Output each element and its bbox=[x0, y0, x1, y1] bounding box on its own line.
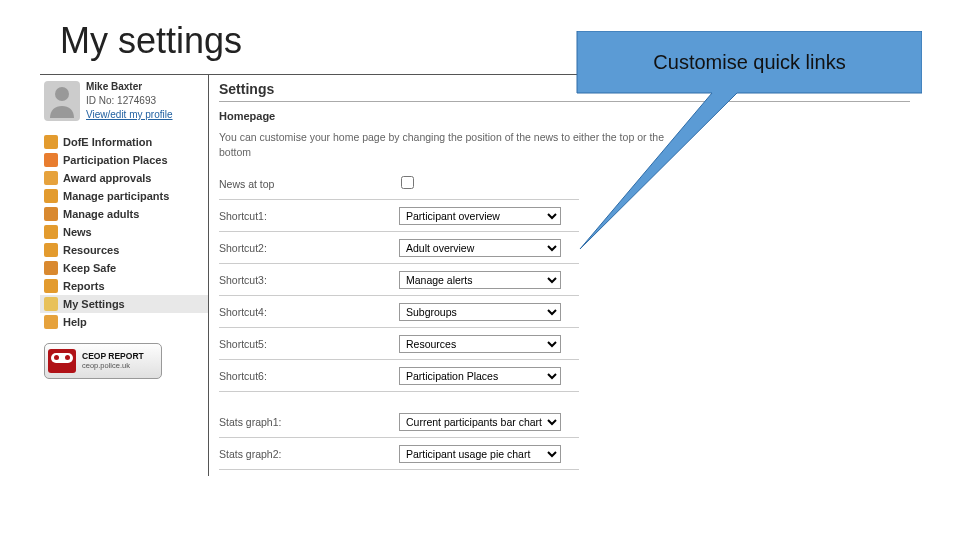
sidebar-item-label: Participation Places bbox=[63, 154, 168, 166]
ceop-text: CEOP REPORT ceop.police.uk bbox=[82, 352, 144, 370]
shortcut5-row: Shortcut5:Resources bbox=[219, 328, 579, 360]
sidebar-item-manage-participants[interactable]: Manage participants bbox=[40, 187, 208, 205]
nav-icon bbox=[44, 279, 58, 293]
news-at-top-row: News at top bbox=[219, 169, 579, 200]
stats-graph1-row: Stats graph1:Current participants bar ch… bbox=[219, 406, 579, 438]
nav-icon bbox=[44, 225, 58, 239]
nav-icon bbox=[44, 135, 58, 149]
sidebar-item-label: Manage adults bbox=[63, 208, 139, 220]
shortcut3-label: Shortcut3: bbox=[219, 274, 399, 286]
stats-graph2-row: Stats graph2:Participant usage pie chart bbox=[219, 438, 579, 470]
nav-icon bbox=[44, 153, 58, 167]
shortcut4-row: Shortcut4:Subgroups bbox=[219, 296, 579, 328]
sidebar-item-manage-adults[interactable]: Manage adults bbox=[40, 205, 208, 223]
sidebar-item-label: News bbox=[63, 226, 92, 238]
ceop-report-button[interactable]: CEOP REPORT ceop.police.uk bbox=[44, 343, 162, 379]
stats-graph2-label: Stats graph2: bbox=[219, 448, 399, 460]
nav-list: DofE InformationParticipation PlacesAwar… bbox=[40, 133, 208, 331]
shortcut3-select[interactable]: Manage alerts bbox=[399, 271, 561, 289]
homepage-heading: Homepage bbox=[219, 110, 910, 122]
nav-icon bbox=[44, 171, 58, 185]
profile-name: Mike Baxter bbox=[86, 81, 173, 92]
homepage-description: You can customise your home page by chan… bbox=[219, 130, 679, 159]
stats-graph1-select[interactable]: Current participants bar chart bbox=[399, 413, 561, 431]
shortcut4-label: Shortcut4: bbox=[219, 306, 399, 318]
shortcut6-label: Shortcut6: bbox=[219, 370, 399, 382]
sidebar-item-resources[interactable]: Resources bbox=[40, 241, 208, 259]
sidebar-item-label: Manage participants bbox=[63, 190, 169, 202]
news-at-top-label: News at top bbox=[219, 178, 399, 190]
nav-icon bbox=[44, 189, 58, 203]
sidebar-item-keep-safe[interactable]: Keep Safe bbox=[40, 259, 208, 277]
avatar bbox=[44, 81, 80, 121]
svg-point-0 bbox=[55, 87, 69, 101]
nav-icon bbox=[44, 297, 58, 311]
sidebar: Mike Baxter ID No: 1274693 View/edit my … bbox=[40, 75, 208, 476]
shortcut1-select[interactable]: Participant overview bbox=[399, 207, 561, 225]
shortcut5-select[interactable]: Resources bbox=[399, 335, 561, 353]
shortcut1-label: Shortcut1: bbox=[219, 210, 399, 222]
nav-icon bbox=[44, 207, 58, 221]
app-frame: Mike Baxter ID No: 1274693 View/edit my … bbox=[40, 74, 920, 476]
shortcut3-row: Shortcut3:Manage alerts bbox=[219, 264, 579, 296]
shortcut6-select[interactable]: Participation Places bbox=[399, 367, 561, 385]
news-at-top-checkbox[interactable] bbox=[401, 176, 414, 189]
shortcut4-select[interactable]: Subgroups bbox=[399, 303, 561, 321]
sidebar-item-label: Award approvals bbox=[63, 172, 151, 184]
nav-icon bbox=[44, 261, 58, 275]
profile-block: Mike Baxter ID No: 1274693 View/edit my … bbox=[40, 75, 208, 127]
sidebar-item-label: Resources bbox=[63, 244, 119, 256]
shortcut1-row: Shortcut1:Participant overview bbox=[219, 200, 579, 232]
sidebar-item-news[interactable]: News bbox=[40, 223, 208, 241]
sidebar-item-my-settings[interactable]: My Settings bbox=[40, 295, 208, 313]
stats-graph2-select[interactable]: Participant usage pie chart bbox=[399, 445, 561, 463]
sidebar-item-help[interactable]: Help bbox=[40, 313, 208, 331]
sidebar-item-label: My Settings bbox=[63, 298, 125, 310]
callout-text: Customise quick links bbox=[577, 31, 922, 93]
edit-profile-link[interactable]: View/edit my profile bbox=[86, 109, 173, 120]
nav-icon bbox=[44, 315, 58, 329]
ceop-icon bbox=[48, 349, 76, 373]
sidebar-item-label: DofE Information bbox=[63, 136, 152, 148]
shortcut5-label: Shortcut5: bbox=[219, 338, 399, 350]
sidebar-item-participation-places[interactable]: Participation Places bbox=[40, 151, 208, 169]
shortcut2-row: Shortcut2:Adult overview bbox=[219, 232, 579, 264]
profile-id: ID No: 1274693 bbox=[86, 95, 173, 106]
sidebar-item-label: Keep Safe bbox=[63, 262, 116, 274]
stats-graph1-label: Stats graph1: bbox=[219, 416, 399, 428]
main-panel: Customise quick links Settings Homepage … bbox=[208, 75, 920, 476]
sidebar-item-label: Reports bbox=[63, 280, 105, 292]
shortcut2-select[interactable]: Adult overview bbox=[399, 239, 561, 257]
sidebar-item-reports[interactable]: Reports bbox=[40, 277, 208, 295]
shortcut6-row: Shortcut6:Participation Places bbox=[219, 360, 579, 392]
sidebar-item-dofe-information[interactable]: DofE Information bbox=[40, 133, 208, 151]
sidebar-item-award-approvals[interactable]: Award approvals bbox=[40, 169, 208, 187]
sidebar-item-label: Help bbox=[63, 316, 87, 328]
nav-icon bbox=[44, 243, 58, 257]
shortcut2-label: Shortcut2: bbox=[219, 242, 399, 254]
